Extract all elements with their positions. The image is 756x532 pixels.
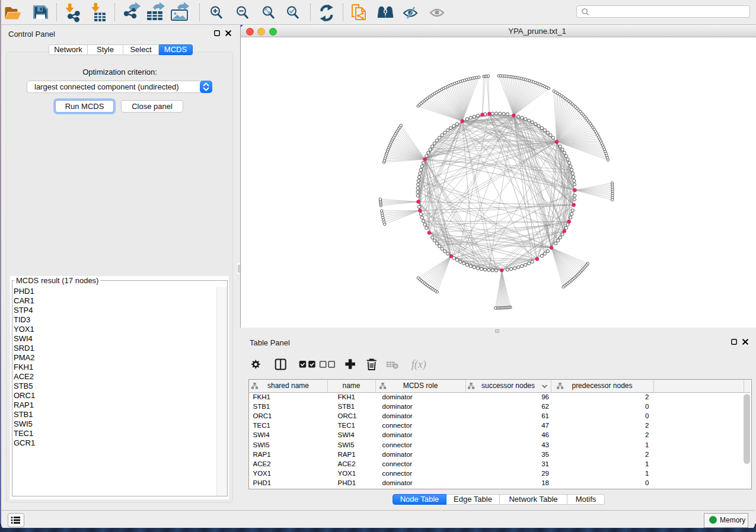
- svg-text:f(x): f(x): [412, 358, 426, 371]
